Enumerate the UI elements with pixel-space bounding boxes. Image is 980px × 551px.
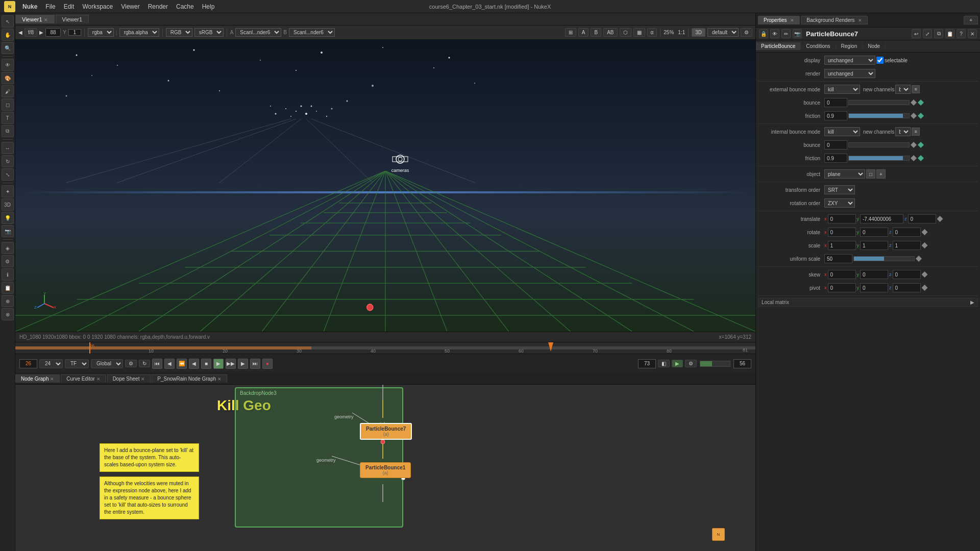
rz-input[interactable] [893,228,921,237]
frame-display-input[interactable] [638,359,656,368]
colorspace-select[interactable]: RGB [166,28,192,37]
pb-tab-region[interactable]: Region [836,42,863,50]
menu-render[interactable]: Render [144,2,172,11]
int-bounce-kf2[interactable] [918,142,924,148]
tb-move[interactable]: ↔ [2,142,14,154]
ext-friction-slider[interactable] [848,113,910,118]
input-a-select[interactable]: Scanl...nder6 [235,28,281,37]
props-btn-reset[interactable]: ↩ [912,29,921,38]
menu-viewer[interactable]: Viewer [117,2,143,11]
scale-kf[interactable] [922,242,928,248]
render-btn[interactable]: ▶ [672,360,683,367]
tb-zoom-tool[interactable]: 🔍 [2,42,14,54]
props-icon-lock[interactable]: 🔒 [759,29,768,38]
props-btn-expand[interactable]: ⤢ [923,29,932,38]
ext-bounce-kf[interactable] [911,99,917,106]
frame-y-val[interactable] [68,29,81,36]
int-bounce-input[interactable] [824,140,847,149]
viewer-tab-2[interactable]: Viewer1 [56,15,89,23]
menu-help[interactable]: Help [198,2,219,11]
tb-color[interactable]: 🎨 [2,72,14,84]
uniform-scale-kf[interactable] [916,256,922,262]
frame-next-btn[interactable]: ▶ [39,30,43,35]
ng-tab-curve[interactable]: Curve Editor ✕ [61,374,106,383]
ext-friction-kf2[interactable] [918,113,924,119]
display-select[interactable]: unchanged [824,56,875,65]
rotation-order-select[interactable]: ZXY [824,198,855,208]
rec-btn[interactable]: ● [262,359,273,369]
int-bounce-slider[interactable] [848,142,910,147]
tb-particles[interactable]: ✦ [2,185,14,197]
channel2-select[interactable]: rgba.alpha [119,28,159,37]
tb-clone[interactable]: ⧉ [2,125,14,137]
input-b-select[interactable]: Scanl...nder6 [289,28,335,37]
ext-bounce-input[interactable] [824,98,847,107]
rp-tab-bg-renders[interactable]: Background Renders ✕ [801,16,868,24]
skew-kf[interactable] [922,271,928,278]
translate-kf[interactable] [937,216,943,222]
tb-info[interactable]: ℹ [2,268,14,281]
frame-prev-btn[interactable]: ◀ [18,30,22,35]
object-select[interactable]: plane [824,169,865,179]
tf-select[interactable]: TF [65,359,89,368]
view-alpha[interactable]: α [647,28,657,37]
obj-btn2[interactable]: + [876,169,886,179]
ext-nc-btn[interactable]: ≡ [912,85,920,93]
rev-play-btn[interactable]: ◀ [189,359,199,369]
ng-tab-dope[interactable]: Dope Sheet ✕ [107,374,151,383]
display-select[interactable]: default [707,28,739,37]
menu-file[interactable]: File [41,2,59,11]
pivot-kf[interactable] [922,285,928,291]
ry-input[interactable] [860,228,888,237]
props-icon-camera[interactable]: 📷 [793,29,802,38]
tb-extra1[interactable]: ⊕ [2,295,14,307]
view-ab-btn[interactable]: AB [603,28,617,37]
small-node-bottom[interactable]: N [712,528,725,541]
view-a-btn[interactable]: A [578,28,589,37]
props-btn-paste[interactable]: 📋 [945,29,954,38]
tb-select[interactable]: ↖ [2,15,14,28]
menu-workspace[interactable]: Workspace [78,2,117,11]
int-nc-btn[interactable]: ≡ [912,128,920,136]
skip-start-btn[interactable]: ⏮ [152,359,162,369]
int-new-channels-select[interactable]: b [895,127,911,136]
sy-input[interactable] [860,241,888,250]
ext-friction-kf[interactable] [911,113,917,119]
ext-friction-input[interactable] [824,111,847,120]
fps-select[interactable]: 24 [39,359,63,368]
int-friction-slider[interactable] [848,156,910,161]
display-selectable-cb[interactable] [876,57,884,64]
int-friction-kf2[interactable] [918,155,924,161]
rx-input[interactable] [828,228,856,237]
rp-btn-new[interactable]: + [964,16,978,24]
pb-tab-particlebounce[interactable]: ParticleBounce [756,42,801,50]
tz-input[interactable] [908,214,936,223]
prev-10-btn[interactable]: ⏪ [177,359,187,369]
skx-input[interactable] [828,270,856,279]
viewer-tab-1[interactable]: Viewer1 ✕ [15,15,55,23]
int-bounce-mode-select[interactable]: kill [824,127,860,136]
tb-3d[interactable]: 3D [2,198,14,211]
pb-tab-node[interactable]: Node [863,42,886,50]
pvz-input[interactable] [893,283,921,292]
tb-scale-tool[interactable]: ⤡ [2,168,14,181]
render-opts-btn[interactable]: ⚙ [685,360,697,367]
view-b-btn[interactable]: B [591,28,601,37]
particle-bounce-1-node[interactable]: ParticleBounce1 (a) [360,462,411,478]
local-matrix-section[interactable]: Local matrix ▶ [758,298,978,307]
int-friction-input[interactable] [824,154,847,163]
skz-input[interactable] [893,270,921,279]
uniform-scale-input[interactable] [824,254,852,263]
ng-tab-nodegraph[interactable]: Node Graph ✕ [15,374,60,383]
int-friction-kf[interactable] [911,155,917,161]
tx-input[interactable] [828,214,856,223]
loop-btn[interactable]: ↻ [139,360,150,367]
tb-light[interactable]: 💡 [2,212,14,224]
view-options[interactable]: ⊞ [565,28,576,37]
rp-tab-properties[interactable]: Properties ✕ [758,16,800,24]
particle-bounce-7-node[interactable]: ParticleBounce7 (a) [360,423,412,440]
menu-cache[interactable]: Cache [172,2,198,11]
play-x2-btn[interactable]: ▶▶ [226,359,236,369]
view-wipe[interactable]: ⬡ [620,28,631,37]
rotate-kf[interactable] [922,229,928,235]
